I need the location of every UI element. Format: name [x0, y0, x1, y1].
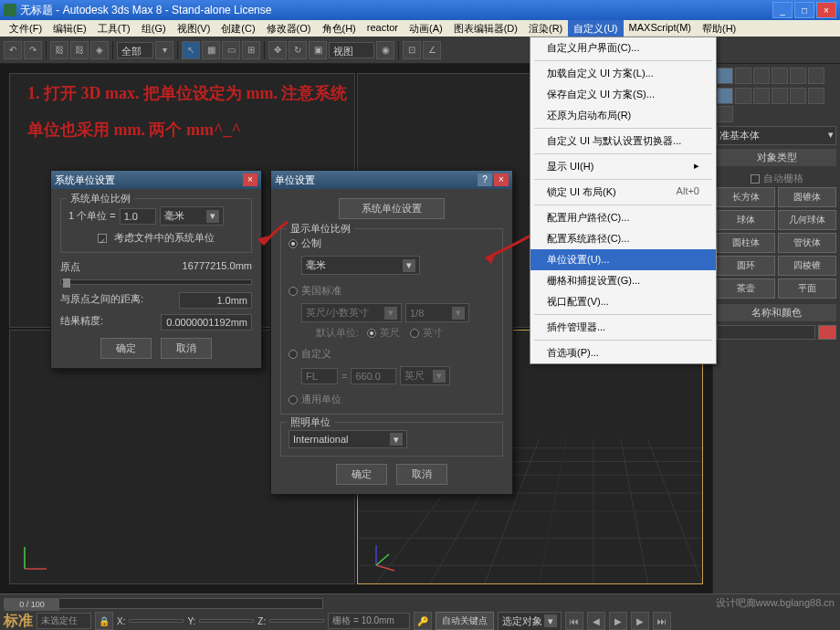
dialog-help-icon[interactable]: ? — [478, 173, 492, 186]
primitive-button[interactable]: 管状体 — [778, 233, 836, 253]
systems-icon[interactable] — [717, 106, 733, 122]
primitive-button[interactable]: 长方体 — [717, 187, 775, 207]
select-region-icon[interactable]: ▭ — [222, 41, 240, 59]
helpers-icon[interactable] — [790, 88, 806, 104]
menu-item[interactable]: 视口配置(V)... — [530, 291, 716, 312]
spacewarps-icon[interactable] — [808, 88, 824, 104]
bind-icon[interactable]: ◈ — [90, 41, 109, 59]
z-coord-input[interactable] — [269, 619, 324, 623]
us-radio[interactable] — [289, 287, 298, 296]
menu-0[interactable]: 文件(F) — [4, 20, 47, 37]
menu-11[interactable]: 渲染(R) — [523, 20, 568, 37]
window-crossing-icon[interactable]: ⊞ — [242, 41, 260, 59]
menu-item[interactable]: 保存自定义 UI 方案(S)... — [530, 84, 716, 105]
ref-coord-combo[interactable]: 视图 — [329, 42, 374, 58]
primitive-button[interactable]: 几何球体 — [778, 210, 836, 230]
menu-item[interactable]: 锁定 UI 布局(K)Alt+0 — [530, 182, 716, 203]
dialog-close-icon[interactable]: × — [243, 173, 257, 186]
next-frame-icon[interactable]: ▶ — [631, 612, 649, 630]
pivot-icon[interactable]: ◉ — [376, 41, 394, 59]
cancel-button[interactable]: 取消 — [161, 338, 212, 359]
unit-type-combo[interactable]: 毫米▾ — [160, 206, 224, 226]
menu-8[interactable]: reactor — [362, 20, 404, 37]
goto-end-icon[interactable]: ⏭ — [653, 612, 671, 630]
prev-frame-icon[interactable]: ◀ — [587, 612, 605, 630]
autokey-button[interactable]: 自动关键点 — [436, 612, 494, 630]
modify-tab-icon[interactable] — [735, 68, 751, 84]
primitive-button[interactable]: 平面 — [778, 278, 836, 299]
cancel-button[interactable]: 取消 — [396, 464, 447, 485]
origin-slider[interactable] — [60, 279, 252, 285]
menu-13[interactable]: MAXScript(M) — [624, 20, 697, 37]
filter-dropdown-icon[interactable]: ▾ — [155, 41, 173, 59]
close-button[interactable]: × — [816, 2, 836, 18]
play-icon[interactable]: ▶ — [609, 612, 627, 630]
dialog-close-icon[interactable]: × — [494, 173, 509, 186]
lights-icon[interactable] — [753, 88, 770, 104]
menu-10[interactable]: 图表编辑器(D) — [448, 20, 523, 37]
menu-item[interactable]: 栅格和捕捉设置(G)... — [530, 270, 716, 291]
link-icon[interactable]: ⛓ — [50, 41, 68, 59]
ok-button[interactable]: 确定 — [336, 464, 387, 485]
system-units-button[interactable]: 系统单位设置 — [339, 198, 445, 219]
motion-tab-icon[interactable] — [772, 68, 788, 84]
menu-item[interactable]: 配置用户路径(C)... — [530, 207, 716, 228]
menu-14[interactable]: 帮助(H) — [697, 20, 741, 37]
primitive-type-combo[interactable]: 准基本体 ▾ — [717, 126, 836, 145]
redo-icon[interactable]: ↷ — [24, 41, 42, 59]
undo-icon[interactable]: ↶ — [4, 41, 22, 59]
utilities-tab-icon[interactable] — [808, 68, 824, 84]
primitive-button[interactable]: 圆柱体 — [717, 233, 775, 253]
hierarchy-tab-icon[interactable] — [753, 68, 770, 84]
menu-item[interactable]: 还原为启动布局(R) — [530, 105, 716, 126]
maximize-button[interactable]: □ — [794, 2, 814, 18]
geometry-icon[interactable] — [717, 88, 733, 104]
object-name-input[interactable] — [717, 325, 815, 340]
menu-5[interactable]: 创建(C) — [215, 20, 260, 37]
select-name-icon[interactable]: ▦ — [202, 41, 220, 59]
rotate-icon[interactable]: ↻ — [289, 41, 307, 59]
menu-item[interactable]: 自定义用户界面(C)... — [530, 37, 716, 58]
create-tab-icon[interactable] — [717, 68, 733, 84]
minimize-button[interactable]: _ — [772, 2, 793, 18]
menu-4[interactable]: 视图(V) — [172, 20, 216, 37]
menu-12[interactable]: 自定义(U) — [568, 20, 623, 37]
unlink-icon[interactable]: ⛓ — [70, 41, 89, 59]
primitive-button[interactable]: 圆环 — [717, 256, 775, 276]
menu-2[interactable]: 工具(T) — [92, 20, 136, 37]
y-coord-input[interactable] — [199, 619, 254, 623]
select-icon[interactable]: ↖ — [182, 41, 200, 59]
lock-icon[interactable]: 🔒 — [95, 612, 113, 630]
menu-item[interactable]: 显示 UI(H)▸ — [530, 156, 716, 177]
ok-button[interactable]: 确定 — [100, 338, 152, 359]
menu-item[interactable]: 配置系统路径(C)... — [530, 228, 716, 249]
selection-filter-combo[interactable]: 全部 — [117, 42, 153, 58]
menu-item[interactable]: 插件管理器... — [530, 317, 716, 338]
primitive-button[interactable]: 四棱锥 — [778, 256, 836, 276]
menu-9[interactable]: 动画(A) — [404, 20, 448, 37]
menu-3[interactable]: 组(G) — [136, 20, 172, 37]
lighting-combo[interactable]: International▾ — [289, 430, 407, 448]
respect-files-checkbox[interactable] — [98, 234, 107, 243]
primitive-button[interactable]: 圆锥体 — [778, 187, 836, 207]
shapes-icon[interactable] — [735, 88, 751, 104]
generic-radio[interactable] — [289, 395, 298, 404]
metric-radio[interactable] — [289, 239, 298, 248]
units-setup-dialog-title[interactable]: 单位设置 ? × — [271, 171, 512, 189]
custom-radio[interactable] — [289, 350, 298, 359]
menu-item[interactable]: 单位设置(U)... — [530, 249, 716, 270]
menu-item[interactable]: 加载自定义 UI 方案(L)... — [530, 63, 716, 84]
display-tab-icon[interactable] — [790, 68, 806, 84]
goto-start-icon[interactable]: ⏮ — [565, 612, 583, 630]
system-units-dialog-title[interactable]: 系统单位设置 × — [51, 171, 261, 189]
primitive-button[interactable]: 茶壶 — [717, 278, 775, 299]
key-icon[interactable]: 🔑 — [414, 612, 432, 630]
scale-icon[interactable]: ▣ — [309, 41, 327, 59]
keymode-combo[interactable]: 选定对象▾ — [498, 612, 562, 631]
menu-item[interactable]: 自定义 UI 与默认设置切换器... — [530, 131, 716, 152]
menu-1[interactable]: 编辑(E) — [47, 20, 92, 37]
x-coord-input[interactable] — [129, 619, 184, 623]
autogrid-checkbox[interactable] — [751, 174, 760, 184]
cameras-icon[interactable] — [772, 88, 788, 104]
menu-6[interactable]: 修改器(O) — [261, 20, 317, 37]
